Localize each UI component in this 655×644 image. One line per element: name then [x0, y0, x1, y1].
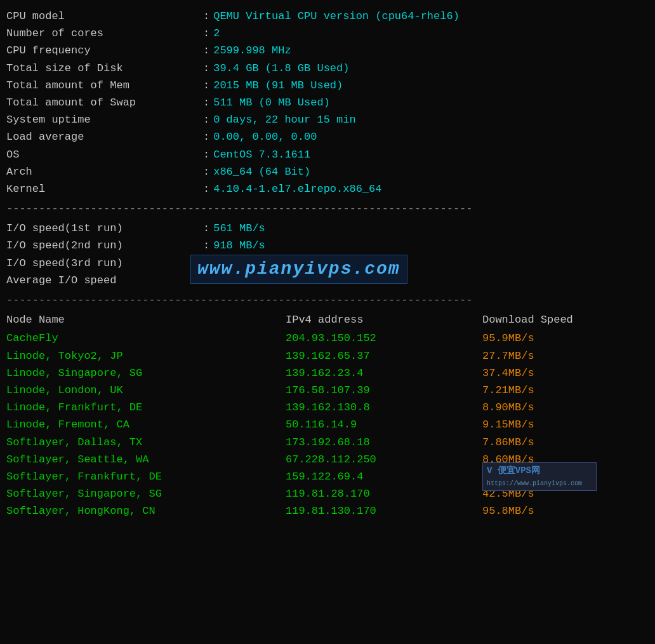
node-ip: 204.93.150.152	[286, 330, 482, 347]
io-avg-label: Average I/O speed	[6, 272, 203, 289]
node-ip: 67.228.112.250	[286, 451, 482, 468]
node-name: Linode, Fremont, CA	[6, 416, 286, 433]
cpu-freq-value: 2599.998 MHz	[213, 42, 291, 59]
swap-label: Total amount of Swap	[6, 94, 203, 111]
node-name: Softlayer, Frankfurt, DE	[6, 468, 286, 485]
header-ip: IPv4 address	[286, 311, 482, 328]
arch-label: Arch	[6, 163, 203, 180]
cores-row: Number of cores : 2	[6, 25, 649, 42]
io-run2-row: I/O speed(2nd run) : 918 MB/s	[6, 237, 649, 254]
io-run2-label: I/O speed(2nd run)	[6, 237, 203, 254]
divider-1: ----------------------------------------…	[6, 200, 649, 217]
node-ip: 119.81.28.170	[286, 485, 482, 502]
disk-row: Total size of Disk : 39.4 GB (1.8 GB Use…	[6, 60, 649, 77]
node-name: Softlayer, Singapore, SG	[6, 485, 286, 502]
node-ip: 139.162.130.8	[286, 399, 482, 416]
kernel-label: Kernel	[6, 180, 203, 198]
network-row: Linode, Tokyo2, JP 139.162.65.37 27.7MB/…	[6, 347, 649, 365]
node-name: CacheFly	[6, 330, 286, 347]
os-label: OS	[6, 146, 203, 163]
header-speed: Download Speed	[482, 311, 573, 328]
node-ip: 159.122.69.4	[286, 468, 482, 485]
disk-value: 39.4 GB (1.8 GB Used)	[213, 60, 349, 77]
network-row: Linode, London, UK 176.58.107.39 7.21MB/…	[6, 382, 649, 399]
node-speed: 8.90MB/s	[482, 399, 534, 416]
mem-label: Total amount of Mem	[6, 77, 203, 94]
network-row: Linode, Singapore, SG 139.162.23.4 37.4M…	[6, 365, 649, 382]
node-speed: 27.7MB/s	[482, 347, 534, 365]
load-value: 0.00, 0.00, 0.00	[213, 128, 317, 145]
node-name: Linode, Tokyo2, JP	[6, 347, 286, 365]
cpu-freq-label: CPU frequency	[6, 42, 203, 59]
header-node: Node Name	[6, 311, 286, 328]
os-value: CentOS 7.3.1611	[213, 146, 310, 163]
node-speed: 95.8MB/s	[482, 502, 534, 520]
cpu-freq-row: CPU frequency : 2599.998 MHz	[6, 42, 649, 59]
mem-row: Total amount of Mem : 2015 MB (91 MB Use…	[6, 77, 649, 94]
node-speed: 7.86MB/s	[482, 434, 534, 451]
cpu-model-value: QEMU Virtual CPU version (cpu64-rhel6)	[213, 8, 460, 25]
node-name: Softlayer, Seattle, WA	[6, 451, 286, 468]
load-row: Load average : 0.00, 0.00, 0.00	[6, 128, 649, 145]
cpu-model-row: CPU model : QEMU Virtual CPU version (cp…	[6, 8, 649, 25]
load-label: Load average	[6, 128, 203, 145]
node-speed: 95.9MB/s	[482, 330, 534, 347]
node-ip: 176.58.107.39	[286, 382, 482, 399]
io-run1-row: I/O speed(1st run) : 561 MB/s	[6, 220, 649, 237]
network-table: CacheFly 204.93.150.152 95.9MB/s Linode,…	[6, 330, 649, 520]
node-name: Softlayer, Dallas, TX	[6, 434, 286, 451]
network-row: Linode, Frankfurt, DE 139.162.130.8 8.90…	[6, 399, 649, 416]
cores-value: 2	[213, 25, 220, 42]
io-run2-value: 918 MB/s	[213, 237, 265, 254]
kernel-value: 4.10.4-1.el7.elrepo.x86_64	[213, 180, 381, 198]
arch-value: x86_64 (64 Bit)	[213, 163, 310, 180]
io-run3-label: I/O speed(3rd run)	[6, 255, 203, 272]
node-name: Linode, London, UK	[6, 382, 286, 399]
uptime-value: 0 days, 22 hour 15 min	[213, 111, 355, 128]
network-row: Softlayer, Dallas, TX 173.192.68.18 7.86…	[6, 434, 649, 451]
network-header: Node Name IPv4 address Download Speed	[6, 311, 649, 328]
node-name: Linode, Frankfurt, DE	[6, 399, 286, 416]
uptime-label: System uptime	[6, 111, 203, 128]
network-row: CacheFly 204.93.150.152 95.9MB/s	[6, 330, 649, 347]
mem-value: 2015 MB (91 MB Used)	[213, 77, 343, 94]
terminal-output: CPU model : QEMU Virtual CPU version (cp…	[6, 8, 649, 520]
os-row: OS : CentOS 7.3.1611	[6, 146, 649, 163]
kernel-row: Kernel : 4.10.4-1.el7.elrepo.x86_64	[6, 180, 649, 198]
node-ip: 173.192.68.18	[286, 434, 482, 451]
io-run3-row: I/O speed(3rd run) : www.pianyivps.com	[6, 255, 649, 272]
network-row: Linode, Fremont, CA 50.116.14.9 9.15MB/s	[6, 416, 649, 433]
network-row: Softlayer, Seattle, WA 67.228.112.250 8.…	[6, 451, 649, 468]
network-row: Softlayer, HongKong, CN 119.81.130.170 9…	[6, 502, 649, 520]
node-name: Linode, Singapore, SG	[6, 365, 286, 382]
node-ip: 139.162.23.4	[286, 365, 482, 382]
cores-label: Number of cores	[6, 25, 203, 42]
node-speed: 37.4MB/s	[482, 365, 534, 382]
io-run1-value: 561 MB/s	[213, 220, 265, 237]
cpu-model-label: CPU model	[6, 8, 203, 25]
node-ip: 119.81.130.170	[286, 502, 482, 520]
arch-row: Arch : x86_64 (64 Bit)	[6, 163, 649, 180]
node-speed: 8.60MB/s V 便宜VPS网 https://www.pianyivps.…	[482, 451, 534, 468]
divider-2: ----------------------------------------…	[6, 292, 649, 309]
swap-value: 511 MB (0 MB Used)	[213, 94, 330, 111]
node-ip: 50.116.14.9	[286, 416, 482, 433]
watermark-overlay: www.pianyivps.com	[190, 255, 407, 285]
disk-label: Total size of Disk	[6, 60, 203, 77]
node-speed: 9.15MB/s	[482, 416, 534, 433]
watermark2-overlay: V 便宜VPS网 https://www.pianyivps.com	[482, 462, 597, 492]
node-name: Softlayer, HongKong, CN	[6, 502, 286, 520]
node-ip: 139.162.65.37	[286, 347, 482, 365]
io-run1-label: I/O speed(1st run)	[6, 220, 203, 237]
node-speed: 7.21MB/s	[482, 382, 534, 399]
swap-row: Total amount of Swap : 511 MB (0 MB Used…	[6, 94, 649, 111]
uptime-row: System uptime : 0 days, 22 hour 15 min	[6, 111, 649, 128]
